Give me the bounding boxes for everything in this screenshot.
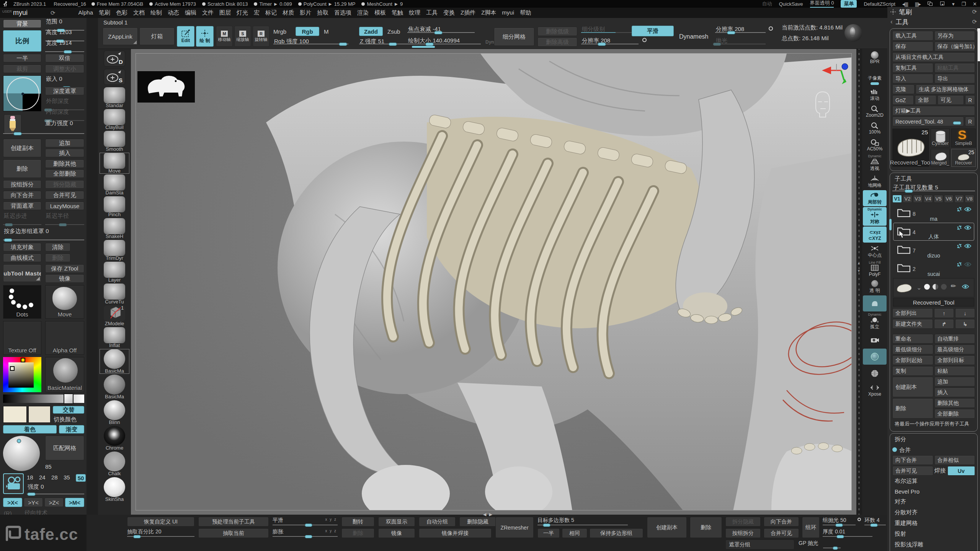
main-color-swatch[interactable] [3,406,27,423]
folder-eye-icon[interactable] [964,243,972,249]
brush-item-Smooth[interactable]: Smooth [100,131,129,152]
goz-r-button[interactable]: R [965,95,975,105]
brush-item-SnakeH[interactable]: SnakeH [100,218,129,239]
delete-other-button[interactable]: 删除其他 [934,398,975,408]
highest-sdiv-button[interactable]: 最高级细分 [934,345,975,354]
smooth-mode-button[interactable]: 平滑 [632,26,674,36]
folder-gear-icon[interactable] [956,225,962,231]
goz-button[interactable]: GoZ [892,95,914,105]
shelf-perspective-icon[interactable]: Dynamic透视 [863,154,887,173]
menu-首选项[interactable]: 首选项 [334,9,351,16]
dock-icon[interactable]: ▾ [940,2,945,6]
section-boolean[interactable]: 布尔运算 [892,476,975,486]
save-ztool-button[interactable]: 保存 ZTool [45,264,84,273]
brush-item-CurveTu[interactable]: CurveTu [100,284,129,305]
mask-group-button[interactable]: 遮罩分组 [725,540,794,549]
menu-绘制[interactable]: 绘制 [150,9,162,16]
folder-eye-icon[interactable] [964,262,972,267]
double-button[interactable]: 双倍 [45,54,84,62]
delete-hidden-button[interactable]: 删除隐藏 [459,517,496,527]
secondary-color-swatch[interactable] [28,406,51,423]
menu-拾取[interactable]: 拾取 [317,9,328,16]
shrink-ui-icon[interactable]: ◂|||| [902,1,908,7]
duplicate-button[interactable]: 创建副本 [647,517,687,538]
menu-笔触[interactable]: 笔触 [392,9,403,16]
flip-icon[interactable]: ⌄ [916,284,921,291]
navigation-gizmo[interactable] [821,62,852,89]
subtool-folder-人体[interactable]: 4人体 [893,223,974,241]
lazy-radius-slider[interactable]: 延迟半径 [45,212,84,227]
shelf-solo-icon[interactable]: Dynamic孤立 [863,312,887,331]
new-folder-button[interactable]: 新建文件夹 [892,319,933,329]
delete-subtool-button[interactable]: 删除 [892,398,933,419]
menu-标记[interactable]: 标记 [265,9,277,16]
material-item-Blinn-2[interactable]: Blinn [100,400,129,425]
quick-pick-d-button[interactable]: D [104,51,125,67]
tool-reset-icon[interactable]: ⟳ [972,18,977,25]
gravity-slider[interactable] [3,128,84,136]
gp-polish-slider[interactable]: GP 抛光 [799,540,841,549]
material-item-BasicMa-0[interactable]: BasicMa [100,349,129,374]
subtool-eye-icon[interactable] [962,284,969,289]
delete-lower-button[interactable]: 删除低级 [537,27,577,36]
delete-all-button[interactable]: 全部删除 [934,409,975,419]
crop-button[interactable]: 裁剪 [3,65,41,73]
depth-mask-button[interactable]: 深度遮罩 [45,87,84,95]
rgb-button[interactable]: Rgb [296,27,319,36]
tool-r-button[interactable]: R [965,117,975,126]
append-button[interactable]: 追加 [45,139,84,147]
move-out-folder-button[interactable]: ↱ [934,319,954,329]
shelf-local-rotate-icon[interactable]: 局部转 [863,190,887,206]
menu-动态[interactable]: 动态 [168,9,179,16]
mask-by-polygroup-slider[interactable]: 按多边形组遮罩 0 [3,228,84,242]
material-item-Chrome-3[interactable]: Chrome [100,426,129,451]
all-to-target-button[interactable]: 全部到目标 [934,355,975,365]
ghost-head-icon[interactable] [813,89,833,119]
draw-button[interactable]: 绘 制 [196,26,214,47]
brush-item-TrimDyr[interactable]: TrimDyr [100,240,129,261]
move-window-icon[interactable] [928,2,933,6]
inflate-slider[interactable]: 膨胀x y z [273,528,338,538]
merge-visible-button[interactable]: 合并可见 [892,466,933,476]
fov-preset-18[interactable]: 18 [27,474,33,481]
shelf-ac50-icon[interactable]: AC50% [863,137,887,153]
visibility-tab-V3[interactable]: V3 [913,195,923,203]
close-window-icon[interactable]: ✕ [973,1,977,7]
lazy-step-slider[interactable]: 延迟步进 [3,212,41,227]
tool-thumbnail-simplebrush[interactable]: S SimpleB [951,129,976,147]
expand-ui-icon[interactable]: ||||▸ [915,1,921,7]
curve-mode-button[interactable]: 曲线模式 [3,254,41,262]
shelf-xpose-icon[interactable]: Xpose [863,382,887,398]
export-button[interactable]: 导出 [934,74,975,83]
shelf-floor-grid-icon[interactable]: 地网格 [863,173,887,189]
half-button[interactable]: 一半 [537,528,560,538]
visibility-tab-V6[interactable]: V6 [944,195,954,203]
brush-item-Inflat[interactable]: Inflat [100,327,129,348]
match-mesh-button[interactable]: 匹配网格 [45,436,84,460]
minimize-icon[interactable]: ▾ [952,1,955,7]
move-into-folder-button[interactable]: ↳ [955,319,975,329]
polypaint-on-icon[interactable] [924,284,930,290]
decimate-current-button[interactable]: 抽取当前 [198,528,269,538]
stroke-picker[interactable]: Dots [3,285,41,319]
delete-higher-button[interactable]: 删除高级 [537,37,577,47]
section-split[interactable]: 拆分 [892,436,975,445]
material-item-SkinSha-5[interactable]: SkinSha [100,477,129,502]
weld-label[interactable]: 焊接 [934,467,946,474]
menu-Z脚本[interactable]: Z脚本 [481,9,496,16]
restore-ui-button[interactable]: 恢复自定义 UI [127,517,194,527]
tool-thumbnail-cylinder[interactable]: Cylinder [931,129,950,147]
material-item-Chalk-4[interactable]: Chalk [100,452,129,476]
zapplink-button[interactable]: ZAppLink [103,28,138,45]
material-picker[interactable]: BasicMaterial [45,357,84,392]
subtool-folder-ma[interactable]: 8ma [893,204,974,222]
section-remesh[interactable]: 重建网格 [892,518,975,528]
menu-文件[interactable]: 文件 [202,9,214,16]
zremesher-button[interactable]: ZRemesher [495,517,534,538]
visibility-tab-V1[interactable]: V1 [892,195,902,203]
menu-宏[interactable]: 宏 [254,9,260,16]
lowest-sdiv-button[interactable]: 最低级细分 [892,345,933,354]
section-merge[interactable]: 合并 [892,445,975,455]
active-tool-thumbnail[interactable]: 25 Recovered_Tool [892,129,929,167]
current-alpha-preview[interactable] [844,24,862,42]
